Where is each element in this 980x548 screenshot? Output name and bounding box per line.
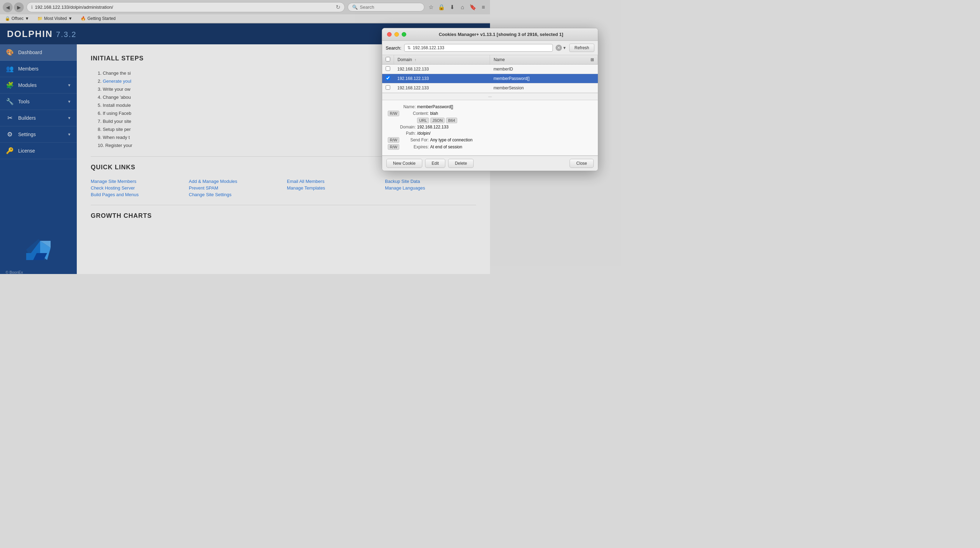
row-checkbox-selected[interactable]: [386, 76, 390, 80]
cookie-table-header: Domain ↑ Name ⊞: [382, 55, 490, 65]
table-row[interactable]: 192.168.122.133 memberID: [382, 65, 490, 74]
new-cookie-button[interactable]: New Cookie: [387, 159, 422, 168]
expires-detail-label: Expires:: [401, 145, 429, 150]
cookie-dialog: Cookies Manager+ v1.13.1 [showing 3 of 2…: [382, 28, 490, 171]
rw-badge-expires[interactable]: R/W: [388, 144, 399, 150]
table-row[interactable]: 192.168.122.133 memberSession: [382, 83, 490, 93]
dialog-titlebar: Cookies Manager+ v1.13.1 [showing 3 of 2…: [382, 28, 490, 41]
path-detail-row: Path: /dolpin/: [388, 131, 490, 136]
domain-detail-label: Domain:: [388, 124, 416, 129]
tag-json: JSON: [430, 118, 445, 123]
name-detail-row: Name: memberPassword[]: [388, 104, 490, 109]
sendfor-detail-label: Send For:: [401, 137, 429, 142]
domain-detail-value: 192.168.122.133: [417, 124, 449, 129]
row-checkbox[interactable]: [386, 85, 390, 90]
dialog-search-bar: Search: ⇅ 192.168.122.133 ✕ ▼ Refresh: [382, 41, 490, 55]
table-spacer-text: —: [488, 95, 490, 99]
sendfor-detail-value: Any type of connection: [430, 137, 472, 142]
domain-cell: 192.168.122.133: [394, 83, 490, 93]
domain-cell: 192.168.122.133: [394, 65, 490, 74]
delete-button[interactable]: Delete: [448, 159, 474, 168]
dialog-title: Cookies Manager+ v1.13.1 [showing 3 of 2…: [409, 32, 490, 37]
sort-icon: ↑: [415, 58, 416, 62]
cookie-table-body: 192.168.122.133 memberID 192.168.122.133…: [382, 65, 490, 93]
dialog-search-label: Search:: [386, 45, 401, 51]
dialog-search-input[interactable]: ⇅ 192.168.122.133: [404, 44, 490, 52]
tag-b64: B64: [446, 118, 457, 123]
cookie-table: Domain ↑ Name ⊞ 192.168.122.133 memberID: [382, 55, 490, 93]
filter-icon: ⇅: [407, 45, 411, 50]
expires-detail-value: At end of session: [430, 145, 462, 150]
minimize-traffic-light[interactable]: [395, 32, 399, 37]
cookie-table-container: Domain ↑ Name ⊞ 192.168.122.133 memberID: [382, 55, 490, 93]
path-detail-value: /dolpin/: [417, 131, 431, 136]
tag-url: URL: [417, 118, 429, 123]
table-footer: —: [382, 93, 490, 100]
row-checkbox[interactable]: [386, 66, 390, 71]
domain-cell-selected: 192.168.122.133: [394, 74, 490, 83]
select-all-checkbox[interactable]: [386, 57, 390, 61]
cookie-details: Name: memberPassword[] R/W Content: blah…: [382, 100, 490, 156]
dialog-buttons: New Cookie Edit Delete Close: [382, 156, 490, 171]
path-detail-label: Path:: [388, 131, 416, 136]
name-detail-value: memberPassword[]: [417, 104, 453, 109]
col-domain-header: Domain ↑: [394, 55, 490, 65]
rw-badge-sendfor[interactable]: R/W: [388, 137, 399, 143]
search-value: 192.168.122.133: [413, 45, 444, 50]
domain-detail-row: Domain: 192.168.122.133: [388, 124, 490, 129]
content-detail-label: Content:: [401, 111, 429, 116]
close-traffic-light[interactable]: [387, 32, 391, 37]
cookie-dialog-overlay: Cookies Manager+ v1.13.1 [showing 3 of 2…: [0, 0, 490, 274]
table-row-selected[interactable]: 192.168.122.133 memberPassword[]: [382, 74, 490, 83]
content-detail-value: blah: [430, 111, 438, 116]
rw-badge-content[interactable]: R/W: [388, 111, 399, 116]
detail-tags: URL JSON B64: [417, 118, 490, 123]
maximize-traffic-light[interactable]: [402, 32, 406, 37]
col-checkbox: [382, 55, 394, 65]
expires-detail-row: R/W Expires: At end of session: [388, 144, 490, 150]
sendfor-detail-row: R/W Send For: Any type of connection: [388, 137, 490, 143]
content-detail-row: R/W Content: blah: [388, 111, 490, 116]
edit-button[interactable]: Edit: [425, 159, 445, 168]
name-detail-label: Name:: [388, 104, 416, 109]
